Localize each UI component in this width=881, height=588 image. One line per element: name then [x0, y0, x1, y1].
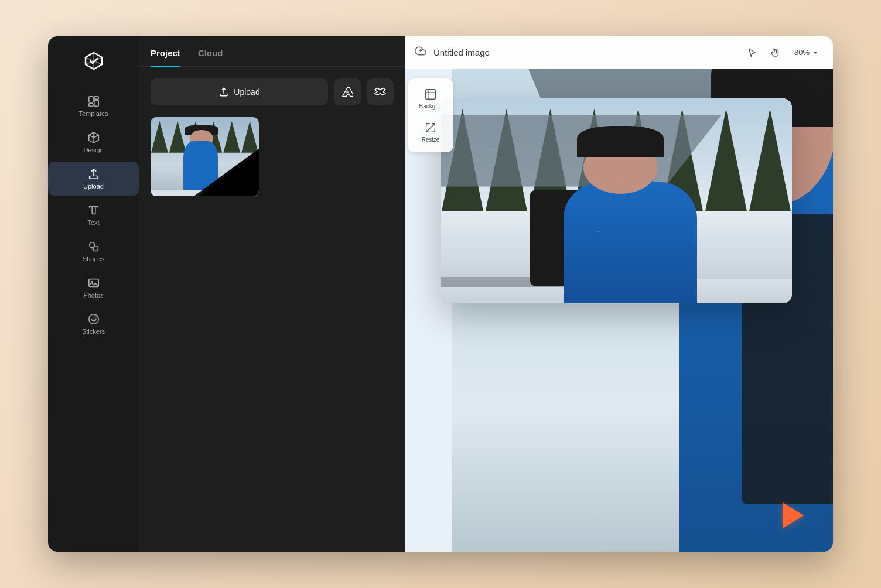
- background-tool-label: Backgr...: [419, 103, 442, 110]
- svg-rect-3: [94, 100, 98, 106]
- sidebar-item-stickers[interactable]: Stickers: [48, 307, 139, 341]
- app-logo[interactable]: [81, 48, 107, 74]
- svg-point-7: [91, 281, 93, 283]
- chevron-down-icon: [812, 49, 819, 56]
- canvas-area: Untitled image 80%: [405, 36, 833, 552]
- sidebar-item-shapes[interactable]: Shapes: [48, 234, 139, 268]
- top-bar: Untitled image 80%: [405, 36, 833, 69]
- app-container: Templates Design Upload Text: [48, 36, 833, 552]
- pan-tool-button[interactable]: [766, 43, 785, 62]
- right-tools-panel: Backgr... Resize: [408, 78, 453, 152]
- tree-6: [241, 121, 258, 153]
- tree-2: [169, 121, 186, 153]
- svg-rect-1: [94, 97, 98, 100]
- svg-rect-0: [88, 97, 93, 102]
- tab-cloud[interactable]: Cloud: [198, 48, 223, 66]
- middle-panel: Project Cloud Upload: [139, 36, 405, 552]
- hand-icon: [770, 47, 781, 58]
- resize-tool[interactable]: Resize: [412, 117, 449, 148]
- top-bar-tools: 80%: [743, 43, 824, 62]
- google-drive-icon: [342, 86, 353, 98]
- sidebar-label-design: Design: [83, 146, 103, 153]
- tree-5: [223, 121, 240, 153]
- google-drive-button[interactable]: [334, 78, 361, 105]
- sidebar-item-design[interactable]: Design: [48, 125, 139, 159]
- sidebar-label-shapes: Shapes: [83, 255, 104, 262]
- tab-project[interactable]: Project: [151, 48, 180, 66]
- background-icon: [424, 88, 437, 101]
- sidebar-label-upload: Upload: [83, 183, 104, 190]
- resize-icon: [424, 121, 437, 134]
- upload-icon: [218, 87, 229, 97]
- tabs-header: Project Cloud: [139, 36, 405, 67]
- sidebar-label-photos: Photos: [83, 292, 103, 299]
- sidebar-label-templates: Templates: [78, 110, 108, 117]
- upload-button[interactable]: Upload: [151, 78, 328, 105]
- svg-rect-5: [94, 247, 98, 251]
- zoom-button[interactable]: 80%: [790, 46, 824, 59]
- cursor-arrow: [783, 502, 804, 528]
- zoom-level: 80%: [794, 48, 810, 57]
- sidebar-item-text[interactable]: Text: [48, 198, 139, 232]
- canvas-content: [405, 69, 833, 552]
- upload-button-label: Upload: [234, 87, 259, 97]
- tree-1: [151, 121, 168, 153]
- dropbox-button[interactable]: [367, 78, 394, 105]
- sidebar-label-text: Text: [87, 219, 99, 226]
- sidebar-label-stickers: Stickers: [82, 328, 105, 335]
- svg-rect-9: [426, 90, 436, 100]
- select-tool-button[interactable]: [743, 43, 762, 62]
- sidebar-item-photos[interactable]: Photos: [48, 271, 139, 305]
- cursor-icon: [747, 47, 757, 58]
- upload-section: Upload: [139, 67, 405, 117]
- resize-tool-label: Resize: [422, 136, 440, 143]
- card-snow-effect: [440, 98, 792, 303]
- media-thumbnail[interactable]: [151, 117, 259, 196]
- floating-photo-card[interactable]: [440, 98, 792, 303]
- cloud-save-icon[interactable]: [415, 45, 426, 60]
- floating-card-inner: [440, 98, 792, 303]
- sidebar: Templates Design Upload Text: [48, 36, 139, 552]
- dropbox-icon: [374, 86, 386, 98]
- sidebar-item-upload[interactable]: Upload: [48, 162, 139, 196]
- sidebar-item-templates[interactable]: Templates: [48, 89, 139, 123]
- svg-rect-2: [88, 104, 93, 107]
- canvas-background: [405, 69, 833, 552]
- background-tool[interactable]: Backgr...: [412, 83, 449, 114]
- document-title[interactable]: Untitled image: [433, 47, 736, 57]
